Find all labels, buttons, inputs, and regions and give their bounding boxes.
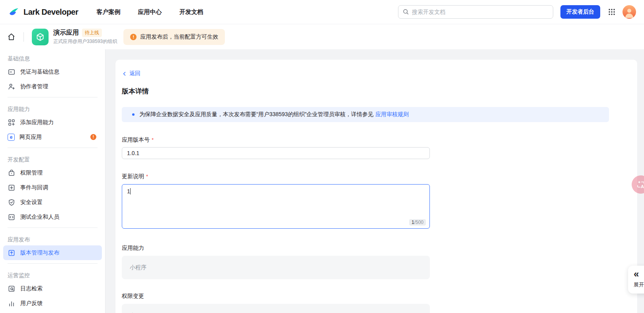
translate-icon: A bbox=[636, 180, 644, 189]
back-label: 返回 bbox=[129, 70, 141, 77]
sidebar-item-add-capability[interactable]: 添加应用能力 bbox=[3, 115, 102, 130]
sidebar-item-permissions[interactable]: 权限管理 bbox=[3, 165, 102, 180]
search-icon bbox=[402, 8, 409, 15]
sidebar-item-label: 协作者管理 bbox=[20, 83, 48, 90]
sidebar-section-monitor: 运营监控 日志检索 用户反馈 bbox=[0, 267, 105, 311]
version-field-label: 应用版本号 * bbox=[122, 136, 631, 144]
app-logo-icon bbox=[32, 29, 49, 45]
navbar-right: 开发者后台 bbox=[398, 5, 636, 19]
sidebar-item-events[interactable]: 事件与回调 bbox=[3, 180, 102, 195]
required-mark: * bbox=[146, 173, 148, 179]
test-org-icon bbox=[8, 213, 16, 221]
field-label-text: 应用版本号 bbox=[122, 136, 150, 144]
warning-icon: ! bbox=[130, 34, 137, 40]
version-number-input[interactable] bbox=[122, 147, 430, 159]
field-label-text: 更新说明 bbox=[122, 173, 144, 180]
section-label: 基础信息 bbox=[0, 52, 105, 64]
sidebar-divider bbox=[8, 263, 98, 264]
notice-text: 为保障企业数据安全及应用质量，本次发布需要“用户338593的组织”企业管理员审… bbox=[139, 111, 373, 118]
sidebar-item-label: 添加应用能力 bbox=[20, 119, 54, 126]
sidebar-section-dev-config: 开发配置 权限管理 事件与回调 bbox=[0, 151, 105, 228]
brand-text: Lark Developer bbox=[23, 8, 78, 17]
section-label: 开发配置 bbox=[0, 154, 105, 165]
update-notes-textarea[interactable]: 1 1/500 bbox=[122, 184, 430, 229]
sidebar-divider bbox=[8, 227, 98, 228]
add-capability-icon bbox=[8, 119, 16, 126]
main-row: 基础信息 凭证与基础信息 协作者管理 bbox=[0, 49, 644, 313]
page-title: 版本详情 bbox=[122, 87, 631, 96]
review-rules-link[interactable]: 应用审核规则 bbox=[375, 111, 409, 118]
sidebar-item-collaborators[interactable]: 协作者管理 bbox=[3, 79, 102, 94]
svg-text:A: A bbox=[641, 184, 644, 189]
sidebar-item-label: 权限管理 bbox=[20, 169, 43, 177]
sidebar-divider bbox=[8, 148, 98, 148]
credential-icon bbox=[8, 68, 16, 76]
field-label-text: 应用能力 bbox=[122, 245, 144, 252]
app-grid-icon[interactable] bbox=[608, 8, 616, 16]
header-divider bbox=[23, 32, 24, 42]
event-callback-icon bbox=[8, 184, 16, 192]
developer-console-button[interactable]: 开发者后台 bbox=[560, 5, 600, 19]
sidebar-section-basic: 基础信息 凭证与基础信息 协作者管理 bbox=[0, 50, 105, 97]
sidebar-item-label: 凭证与基础信息 bbox=[20, 68, 59, 76]
capability-field-label: 应用能力 bbox=[122, 245, 631, 252]
content-area: 返回 版本详情 为保障企业数据安全及应用质量，本次发布需要“用户338593的组… bbox=[105, 49, 644, 313]
collaborator-icon bbox=[8, 83, 16, 91]
field-label-text: 权限变更 bbox=[122, 293, 144, 300]
permission-field-label: 权限变更 bbox=[122, 293, 631, 300]
sidebar-item-label: 网页应用 bbox=[20, 134, 42, 141]
top-navbar: Lark Developer 客户案例 应用中心 开发文档 开发者后台 bbox=[0, 0, 644, 24]
expand-label: 展开 bbox=[634, 281, 644, 288]
status-badge: 待上线 bbox=[82, 29, 102, 37]
notes-value: 1 bbox=[127, 188, 130, 194]
sidebar-item-security[interactable]: 安全设置 bbox=[3, 195, 102, 210]
section-label: 应用发布 bbox=[0, 233, 105, 245]
sidebar-item-test-org[interactable]: 测试企业和人员 bbox=[3, 210, 102, 224]
lark-developer-logo[interactable]: Lark Developer bbox=[8, 6, 78, 18]
doc-search bbox=[398, 5, 553, 19]
user-feedback-icon bbox=[8, 299, 16, 307]
sidebar-item-label: 测试企业和人员 bbox=[20, 214, 59, 221]
text-caret bbox=[130, 188, 131, 194]
sidebar-item-credentials[interactable]: 凭证与基础信息 bbox=[3, 64, 102, 79]
nav-links: 客户案例 应用中心 开发文档 bbox=[97, 8, 203, 16]
required-mark: * bbox=[152, 137, 154, 143]
version-detail-card: 返回 版本详情 为保障企业数据安全及应用质量，本次发布需要“用户338593的组… bbox=[115, 60, 637, 313]
nav-link-docs[interactable]: 开发文档 bbox=[180, 8, 203, 16]
chevron-left-icon bbox=[122, 71, 127, 76]
sidebar-item-web-app[interactable]: e 网页应用 ! bbox=[3, 130, 102, 144]
sidebar-item-label: 版本管理与发布 bbox=[20, 249, 59, 257]
user-avatar[interactable] bbox=[623, 5, 636, 19]
version-release-icon bbox=[8, 249, 16, 257]
web-app-icon: e bbox=[8, 134, 15, 141]
back-button[interactable]: 返回 bbox=[122, 70, 141, 77]
lark-bird-icon bbox=[8, 6, 20, 18]
nav-link-app-center[interactable]: 应用中心 bbox=[138, 8, 162, 16]
bullet-dot-icon bbox=[132, 113, 135, 116]
sidebar: 基础信息 凭证与基础信息 协作者管理 bbox=[0, 49, 105, 313]
sidebar-section-capability: 应用能力 添加应用能力 e 网页应用 ! bbox=[0, 101, 105, 148]
sidebar-item-log-search[interactable]: 日志检索 bbox=[3, 281, 102, 296]
nav-link-cases[interactable]: 客户案例 bbox=[97, 8, 121, 16]
double-chevron-left-icon: « bbox=[634, 270, 639, 278]
sidebar-item-label: 事件与回调 bbox=[20, 184, 48, 191]
notes-field-label: 更新说明 * bbox=[122, 173, 631, 180]
log-search-icon bbox=[8, 285, 16, 293]
search-input[interactable] bbox=[398, 5, 553, 19]
app-header: 演示应用 待上线 正式应用@用户338593的组织 ! 应用发布后，当前配置方可… bbox=[0, 24, 644, 49]
sidebar-item-user-feedback[interactable]: 用户反馈 bbox=[3, 296, 102, 311]
char-counter: 1/500 bbox=[409, 219, 426, 226]
sidebar-item-version-release[interactable]: 版本管理与发布 bbox=[3, 245, 102, 260]
app-name: 演示应用 bbox=[53, 29, 79, 37]
publish-warning-banner: ! 应用发布后，当前配置方可生效 bbox=[123, 29, 225, 45]
app-meta: 演示应用 待上线 正式应用@用户338593的组织 bbox=[53, 29, 117, 45]
capability-panel: 小程序 bbox=[122, 256, 430, 279]
sidebar-divider bbox=[8, 97, 98, 97]
alert-badge: ! bbox=[90, 134, 96, 140]
permission-icon bbox=[8, 169, 16, 177]
capability-value: 小程序 bbox=[130, 264, 146, 271]
home-icon[interactable] bbox=[7, 33, 16, 41]
expand-panel-button[interactable]: « 展开 bbox=[628, 266, 644, 294]
warning-text: 应用发布后，当前配置方可生效 bbox=[140, 33, 218, 41]
security-icon bbox=[8, 198, 16, 206]
